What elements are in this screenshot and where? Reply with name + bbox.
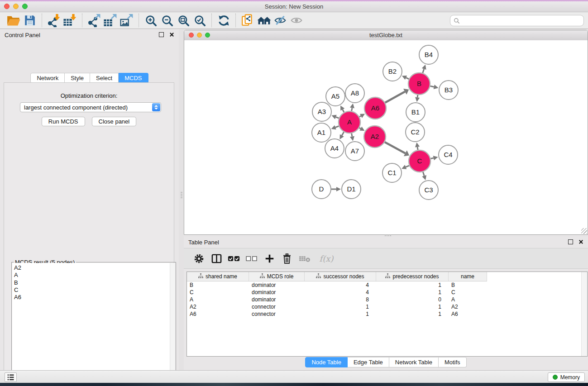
close-panel-button[interactable]: Close panel [92,117,137,126]
edge-A6-B[interactable] [385,92,405,103]
cell-predecessor-nodes[interactable]: 0 [376,296,449,303]
cell-shared-name[interactable]: C [187,289,249,295]
column-header-name[interactable]: name [449,272,487,281]
export-table-button[interactable] [102,13,119,28]
edge-C-C2[interactable] [417,147,418,150]
table-scrollbar[interactable] [581,272,587,356]
cell-predecessor-nodes[interactable]: 1 [376,311,449,317]
node-A1[interactable]: A1 [312,123,331,142]
cell-MCDS-role[interactable]: connector [249,311,305,317]
edge-C-C1[interactable] [406,166,409,167]
table-row[interactable]: Bdominator41B [187,281,587,289]
tab-network-table[interactable]: Network Table [389,357,439,367]
column-header-predecessor-nodes[interactable]: predecessor nodes [376,272,449,281]
toggle-table-mode-button[interactable] [210,251,223,266]
show-all-columns-button[interactable] [227,251,241,266]
splitter-grip[interactable] [181,192,182,199]
column-header-shared-name[interactable]: shared name [187,272,249,281]
zoom-in-button[interactable] [143,13,159,28]
node-A6[interactable]: A6 [364,97,386,119]
cell-successor-nodes[interactable]: 1 [305,311,376,317]
panel-splitter[interactable] [179,29,184,370]
cell-MCDS-role[interactable]: connector [249,304,305,310]
edge-A-A1[interactable] [335,126,339,128]
cell-name[interactable]: A [449,296,487,303]
tab-edge-table[interactable]: Edge Table [348,357,389,367]
edge-C-C3[interactable] [423,172,424,176]
hide-selected-button[interactable] [272,13,288,28]
node-B1[interactable]: B1 [406,103,425,122]
cell-successor-nodes[interactable]: 4 [305,282,376,288]
node-A5[interactable]: A5 [326,87,345,106]
import-table-button[interactable] [62,13,78,28]
result-item[interactable]: A2 [14,264,175,272]
float-panel-icon[interactable] [159,32,164,37]
edge-A-A2[interactable] [359,128,361,129]
column-settings-button[interactable] [192,251,206,266]
cell-shared-name[interactable]: A [187,296,249,303]
edge-A-A7[interactable] [352,133,352,137]
result-item[interactable]: A [14,272,175,279]
cell-successor-nodes[interactable]: 1 [305,304,376,310]
table-close-panel-icon[interactable] [578,239,583,244]
node-A7[interactable]: A7 [345,142,364,161]
edge-A-A5[interactable] [343,110,344,112]
tab-node-table[interactable]: Node Table [305,357,348,367]
table-row[interactable]: A6connector11A6 [187,310,587,318]
edge-A-A6[interactable] [359,116,361,117]
mcds-result-list[interactable]: A2ABCA6 [12,263,175,386]
edge-C-C4[interactable] [430,158,433,158]
node-A3[interactable]: A3 [312,102,331,121]
node-A[interactable]: A [339,111,360,133]
cell-shared-name[interactable]: A6 [187,311,249,317]
table-row[interactable]: Adominator80A [187,296,587,303]
hide-all-columns-button[interactable] [245,251,258,266]
node-D[interactable]: D [312,180,331,199]
edge-A2-C[interactable] [385,142,405,153]
table-row[interactable]: A2connector11A2 [187,303,587,310]
node-A8[interactable]: A8 [345,84,364,103]
column-header-successor-nodes[interactable]: successor nodes [305,272,376,281]
cell-predecessor-nodes[interactable]: 1 [376,282,449,288]
table-float-panel-icon[interactable] [568,239,573,244]
edge-B-B2[interactable] [406,78,409,79]
node-A4[interactable]: A4 [325,139,344,158]
node-B4[interactable]: B4 [419,45,438,64]
create-column-button[interactable] [263,251,276,266]
edge-B-B1[interactable] [417,95,418,97]
search-input[interactable] [462,17,583,24]
criterion-select[interactable]: largest connected component (directed) [20,102,161,112]
network-window-titlebar[interactable]: testGlobe.txt [184,30,588,41]
cell-predecessor-nodes[interactable]: 1 [376,304,449,310]
export-image-button[interactable] [119,13,135,28]
close-panel-icon[interactable] [169,32,174,37]
cell-MCDS-role[interactable]: dominator [249,282,305,288]
cell-name[interactable]: B [449,282,487,288]
node-B2[interactable]: B2 [383,62,402,81]
cell-successor-nodes[interactable]: 8 [305,296,376,303]
cell-MCDS-role[interactable]: dominator [249,296,305,303]
task-history-button[interactable] [5,372,17,382]
network-bottom-grip[interactable] [385,234,392,236]
node-C1[interactable]: C1 [382,163,402,182]
zoom-out-button[interactable] [159,13,175,28]
zoom-selected-button[interactable] [191,13,208,28]
cell-predecessor-nodes[interactable]: 1 [376,289,449,295]
tab-network[interactable]: Network [30,73,65,83]
edge-B-B3[interactable] [430,86,434,87]
node-C[interactable]: C [409,150,430,172]
node-B[interactable]: B [408,73,430,95]
edge-A-A3[interactable] [336,117,339,119]
node-C4[interactable]: C4 [439,145,458,164]
tab-mcds[interactable]: MCDS [119,73,148,83]
edge-A-A8[interactable] [352,108,352,111]
cell-successor-nodes[interactable]: 4 [305,289,376,295]
run-mcds-button[interactable]: Run MCDS [42,117,85,126]
node-C2[interactable]: C2 [406,123,425,142]
result-scrollbar[interactable] [170,263,175,386]
network-canvas[interactable]: AA1A2A3A4A5A6A7A8BB1B2B3B4CC1C2C3C4DD1 [184,40,588,234]
open-session-button[interactable] [5,13,22,28]
cell-name[interactable]: C [449,289,487,295]
cell-name[interactable]: A6 [449,311,487,317]
refresh-view-button[interactable] [215,13,232,28]
